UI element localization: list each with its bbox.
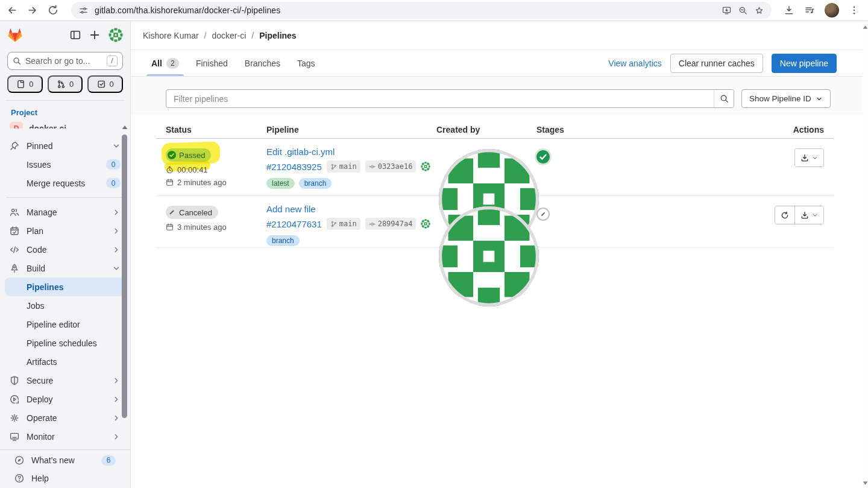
media-list-icon[interactable] [804, 5, 815, 16]
download-icon [800, 154, 809, 162]
sidebar-toggle-icon[interactable] [70, 30, 81, 40]
issues-counter[interactable]: 0 [7, 75, 43, 93]
branch-ref-chip[interactable]: main [327, 160, 360, 173]
sidebar-item-build[interactable]: Build [5, 259, 125, 277]
scroll-down-icon[interactable] [863, 481, 868, 486]
global-search-input[interactable]: Search or go to... / [7, 52, 123, 70]
view-analytics-link[interactable]: View analytics [608, 59, 661, 68]
sidebar-item-pipeline-editor[interactable]: Pipeline editor [5, 315, 125, 334]
show-pipeline-id-dropdown[interactable]: Show Pipeline ID [741, 89, 831, 108]
question-icon [14, 474, 24, 483]
sidebar-item-manage[interactable]: Manage [5, 203, 125, 221]
filter-pipelines-input[interactable] [166, 90, 714, 107]
tab-tags[interactable]: Tags [289, 50, 324, 76]
tab-count-badge: 2 [166, 58, 179, 69]
breadcrumb-group[interactable]: Kishore Kumar [143, 31, 199, 40]
sidebar-item-label: Issues [27, 160, 106, 170]
branch-ref-chip[interactable]: main [327, 218, 360, 230]
browser-forward-icon[interactable] [27, 4, 39, 16]
filter-search-button[interactable] [714, 90, 734, 107]
pipeline-cell: Add new file#2120477631main289947a4branc… [266, 196, 436, 309]
sidebar-item-monitor[interactable]: Monitor [5, 427, 125, 446]
tab-finished[interactable]: Finished [187, 50, 236, 76]
commit-author-avatar[interactable] [421, 219, 430, 229]
sidebar-item-pinned[interactable]: Pinned [5, 136, 125, 155]
merge-requests-counter[interactable]: 0 [48, 75, 83, 93]
breadcrumb-project[interactable]: docker-ci [212, 31, 246, 40]
pipeline-duration: 00:00:41 [166, 165, 266, 174]
sidebar-item-operate[interactable]: Operate [5, 408, 125, 427]
sidebar-item-merge-requests[interactable]: Merge requests0 [5, 174, 125, 192]
sidebar-item-deploy[interactable]: Deploy [5, 390, 125, 408]
pipeline-status-badge[interactable]: Canceled [166, 206, 218, 219]
new-pipeline-button[interactable]: New pipeline [772, 54, 837, 73]
url-text[interactable]: gitlab.com/tha.kishorekumar/docker-ci/-/… [95, 5, 715, 15]
commit-author-avatar[interactable] [421, 162, 430, 171]
sidebar-item-secure[interactable]: Secure [5, 371, 125, 390]
creator-avatar[interactable] [439, 298, 539, 308]
nav-divider [6, 197, 124, 198]
sidebar-item-issues[interactable]: Issues0 [5, 155, 125, 174]
pipeline-status-badge[interactable]: Passed [166, 148, 211, 162]
sidebar-item-label: Deploy [27, 395, 112, 404]
project-item-clipped[interactable]: D docker-ci [5, 119, 125, 128]
sidebar-nav: PinnedIssues0Merge requests0ManagePlanCo… [0, 136, 130, 446]
stage-passed-icon[interactable] [536, 150, 550, 163]
sidebar-item-pipelines[interactable]: Pipelines [5, 277, 125, 296]
gitlab-logo-icon[interactable] [7, 28, 23, 43]
sidebar-item-help[interactable]: Help [10, 469, 121, 487]
tab-all[interactable]: All2 [143, 50, 187, 76]
clear-runner-caches-button[interactable]: Clear runner caches [670, 54, 763, 73]
zoom-out-icon[interactable] [738, 5, 748, 16]
pipeline-title-link[interactable]: Edit .gitlab-ci.yml [266, 147, 335, 157]
operate-icon [10, 413, 19, 423]
browser-menu-icon[interactable] [849, 5, 860, 16]
pipeline-tags: branch [266, 235, 436, 246]
tab-branches[interactable]: Branches [236, 50, 289, 76]
browser-back-icon[interactable] [6, 4, 18, 16]
sidebar-item-artifacts[interactable]: Artifacts [5, 352, 125, 371]
scrollbar-thumb[interactable] [122, 135, 127, 418]
todos-counter[interactable]: 0 [87, 75, 123, 93]
download-artifacts-button[interactable] [795, 149, 823, 166]
browser-profile-avatar[interactable] [825, 3, 839, 17]
calendar-small-icon [166, 179, 174, 186]
pin-icon [10, 141, 19, 151]
bookmark-star-icon[interactable] [754, 5, 764, 16]
browser-reload-icon[interactable] [47, 4, 59, 16]
sidebar-item-pipeline-schedules[interactable]: Pipeline schedules [5, 334, 125, 352]
pipeline-title-link[interactable]: Add new file [266, 204, 316, 214]
user-avatar[interactable] [108, 28, 123, 42]
sidebar-item-code[interactable]: Code [5, 240, 125, 259]
create-new-icon[interactable] [89, 30, 100, 40]
stage-canceled-icon[interactable] [536, 208, 550, 221]
commit-sha-chip[interactable]: 0323ae16 [365, 160, 417, 173]
deploy-icon [10, 395, 19, 404]
site-settings-icon[interactable] [78, 5, 89, 16]
address-bar[interactable]: gitlab.com/tha.kishorekumar/docker-ci/-/… [71, 2, 772, 19]
pipeline-meta: #2120483925main0323ae16 [266, 160, 436, 173]
sidebar-scrollbar[interactable] [122, 125, 128, 465]
branch-icon [330, 221, 337, 227]
install-app-icon[interactable] [722, 5, 732, 16]
sidebar-item-plan[interactable]: Plan [5, 221, 125, 240]
sidebar-item-jobs[interactable]: Jobs [5, 296, 125, 315]
download-artifacts-button[interactable] [794, 206, 823, 224]
pipeline-id-link[interactable]: #2120483925 [266, 162, 322, 172]
scroll-up-icon[interactable] [863, 25, 868, 30]
downloads-icon[interactable] [784, 5, 794, 16]
age-value: 3 minutes ago [177, 223, 227, 232]
search-icon [13, 57, 21, 65]
page-scrollbar[interactable] [863, 21, 868, 488]
scroll-up-icon[interactable] [122, 125, 128, 130]
pipeline-id-link[interactable]: #2120477631 [266, 219, 322, 229]
slash-icon [539, 211, 547, 218]
sidebar-counters: 000 [7, 75, 123, 93]
commit-sha-chip[interactable]: 289947a4 [365, 218, 417, 230]
retry-pipeline-button[interactable] [775, 206, 794, 224]
sidebar-item-what-s-new[interactable]: What's new6 [10, 451, 121, 469]
main-content: Kishore Kumar / docker-ci / Pipelines Al… [131, 21, 868, 488]
sidebar-item-label: Secure [27, 376, 112, 385]
chev-down-icon [112, 264, 121, 273]
status-label: Passed [179, 151, 205, 160]
